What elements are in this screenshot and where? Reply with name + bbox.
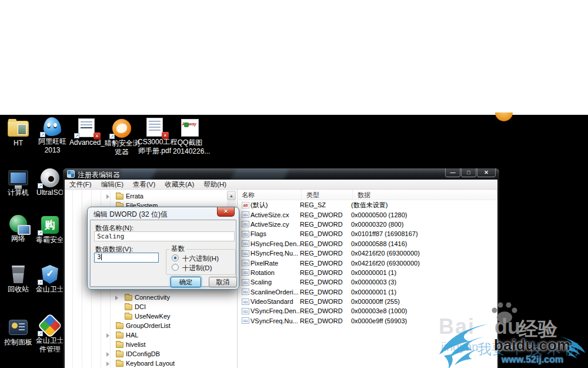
value-row-vsyncfreq-den[interactable]: 011 VSyncFreq.Den... REG_DWORD 0x000003e… [238,306,497,316]
column-header-name[interactable]: 名称 [238,190,302,200]
window-title: 注册表编辑器 [78,170,120,180]
values-column-header: 名称 类型 数据 [238,190,497,200]
reg-dword-icon: 011 [242,221,249,227]
value-row-default[interactable]: ab (默认) REG_SZ (数值未设置) [238,200,497,210]
value-row-flags[interactable]: 011 Flags REG_DWORD 0x0101ff87 (16908167… [238,229,497,238]
tree-item-hal[interactable]: HAL [65,331,237,340]
expand-arrow-icon[interactable] [106,352,109,357]
minimize-button[interactable]: — [445,168,460,177]
desktop-icon-computer[interactable]: 计算机 [1,167,35,197]
cancel-button[interactable]: 取消 [209,277,237,287]
decimal-radio-label[interactable]: 十进制(D) [182,264,212,273]
value-row-videostandard[interactable]: 011 VideoStandard REG_DWORD 0x000000ff (… [238,297,497,306]
pdf-badge-icon: A [162,132,169,139]
value-row-hsyncfreq-nu[interactable]: 011 HSyncFreq.Nu... REG_DWORD 0x04216f20… [238,248,497,258]
disc-icon [41,168,59,187]
value-row-pixelrate[interactable]: 011 PixelRate REG_DWORD 0x04216f20 (6930… [238,258,497,267]
dialog-title: 编辑 DWORD (32 位)值 [93,210,168,220]
desktop-icon-label: 控制面板 [1,338,35,347]
menu-favorites[interactable]: 收藏夹(A) [160,180,199,189]
text-caret [101,254,102,260]
desktop-icon-ultraiso[interactable]: ↗ UltraISO [33,167,67,197]
desktop-icon-label: 金山卫士 [33,336,67,345]
registry-app-icon [67,170,75,178]
desktop-icon-liebao-browser[interactable]: ↗ 猎豹安全浏 览器 [105,118,139,157]
wangwang-icon [44,117,61,136]
desktop-icon-software-manager[interactable]: ↗ 金山卫士 件管理 [33,315,67,354]
reg-dword-icon: 011 [242,260,249,266]
column-header-data[interactable]: 数据 [353,190,497,200]
desktop-icon-advanced-pdf[interactable]: A↗ Advanced_... [69,117,103,147]
tree-item-dci[interactable]: DCI [65,303,237,312]
desktop-icon-recycle-bin[interactable]: 回收站 [1,264,35,294]
column-header-type[interactable]: 类型 [302,190,353,200]
tree-item-grouporderlist[interactable]: GroupOrderList [65,321,237,331]
folder-icon [8,121,29,137]
shield-check-icon: ✓ [42,265,58,284]
value-row-scaling[interactable]: 011 Scaling REG_DWORD 0x00000003 (3) [238,277,497,287]
desktop-icon-ht[interactable]: HT [1,118,35,148]
decimal-radio[interactable] [172,264,179,271]
ok-button[interactable]: 确定 [171,277,201,287]
reg-dword-icon: 011 [242,250,249,257]
value-row-hsyncfreq-den[interactable]: 011 HSyncFreq.Den... REG_DWORD 0x0000058… [238,239,497,248]
expand-arrow-icon[interactable] [106,194,109,199]
shortcut-arrow-icon: ↗ [74,133,79,138]
desktop-icon-qq-screenshot[interactable]: Amway QQ截图 20140226... [173,117,207,156]
base-group-label: 基数 [169,244,186,253]
value-row-rotation[interactable]: 011 Rotation REG_DWORD 0x00000001 (1) [238,268,497,277]
hexadecimal-radio-label[interactable]: 十六进制(H) [182,254,219,263]
desktop-icon-network[interactable]: 网络 [1,213,35,243]
value-row-activesize-cy[interactable]: 011 ActiveSize.cy REG_DWORD 0x00000320 (… [238,220,497,229]
desktop-icon-label2: 2013 [35,146,69,155]
pdf-badge-icon: A [93,132,101,140]
dialog-close-button[interactable]: ✕ [217,207,235,217]
desktop-icon-aliwangwang[interactable]: ↗ 阿里旺旺 2013 [35,116,69,155]
window-titlebar[interactable]: 注册表编辑器 — □ ✕ [63,168,499,180]
reg-dword-icon: 011 [242,317,249,324]
desktop-icon-duba[interactable]: 购↗ 毒霸安全 [33,214,67,244]
expand-arrow-icon[interactable] [115,296,118,300]
desktop-icon-label: 猎豹安全浏 [105,139,139,148]
value-row-activesize-cx[interactable]: 011 ActiveSize.cx REG_DWORD 0x00000500 (… [238,210,497,219]
desktop-icon-cs3000-pdf[interactable]: A CS3000工程 师手册.pdf [138,117,172,155]
tree-item-keyboard-layout[interactable]: Keyboard Layout [65,359,237,368]
value-name-field: Scaling [94,231,235,241]
shortcut-arrow-icon: ↗ [38,331,43,336]
computer-icon [8,170,28,185]
tree-item-idconfigdb[interactable]: IDConfigDB [65,350,237,359]
menu-edit[interactable]: 编辑(E) [96,180,128,189]
tree-item-hivelist[interactable]: hivelist [65,340,237,350]
desktop-icon-label: HT [1,139,35,148]
menu-help[interactable]: 帮助(H) [199,180,231,189]
expand-arrow-icon[interactable] [106,333,109,338]
desktop-icon-label: UltraISO [33,188,67,197]
value-data-input[interactable]: 3 [94,253,159,263]
menu-view[interactable]: 查看(V) [128,180,160,189]
desktop-icon-label: 金山卫士 [33,285,67,294]
desktop-icon-label: 回收站 [1,285,35,294]
reg-dword-icon: 011 [242,308,249,314]
desktop-icon-jinshan[interactable]: ✓↗ 金山卫士 [33,264,67,294]
tree-item-connectivity[interactable]: Connectivity [65,293,237,303]
tree-scroll-up-button[interactable]: ▲ [227,191,236,200]
expand-arrow-icon[interactable] [106,362,109,366]
value-row-vsyncfreq-nu[interactable]: 011 VSyncFreq.Nu... REG_DWORD 0x0000e9ff… [238,316,497,326]
tree-item-usenewkey[interactable]: UseNewKey [65,312,237,321]
reg-dword-icon: 011 [242,211,249,218]
reg-dword-icon: 011 [242,279,249,286]
desktop-icon-label: Advanced_... [69,138,103,147]
hexadecimal-radio[interactable] [172,254,179,261]
menu-file[interactable]: 文件(F) [65,180,96,189]
cheetah-browser-icon [112,119,131,138]
desktop-icon-label2: 师手册.pdf [138,147,172,155]
close-button[interactable]: ✕ [477,168,496,177]
tree-item-errata[interactable]: Errata [65,192,237,201]
desktop-icon-control-panel[interactable]: 控制面板 [1,317,35,347]
maximize-button[interactable]: □ [461,168,476,177]
desktop-icon-label: QQ截图 [173,138,207,147]
desktop-icon-label2: 览器 [105,148,139,157]
desktop-icon-label: 计算机 [1,188,35,197]
value-row-scanlineordering[interactable]: 011 ScanlineOrderi... REG_DWORD 0x000000… [238,287,497,297]
reg-sz-icon: ab [242,202,249,208]
